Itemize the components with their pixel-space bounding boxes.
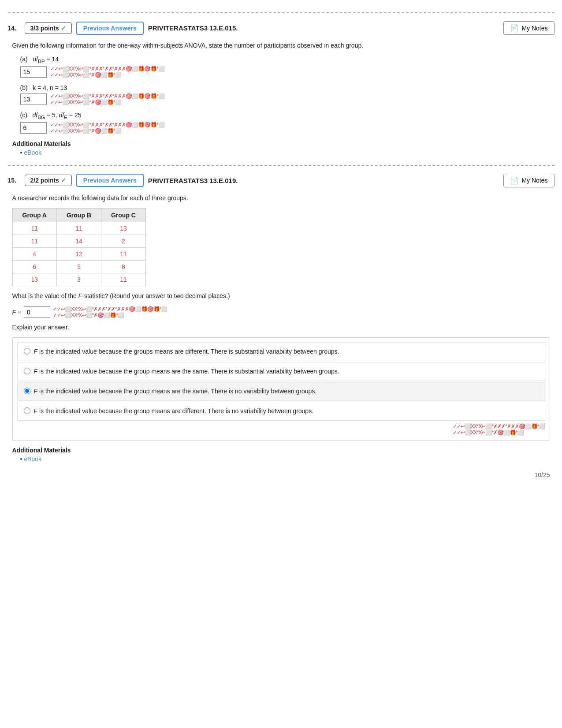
explain-section: Explain your answer. F is the indicated … xyxy=(12,323,550,441)
question-15-container: 15. 2/2 points ✓ Previous Answers PRIVIT… xyxy=(8,174,555,463)
f-stat-input[interactable] xyxy=(24,306,50,318)
sub-question-b: (b) k = 4, n = 13 ✓✓↩⬜XX*X↩⬜*✗✗✗*✗✗*✗✗✗🎯… xyxy=(12,84,550,105)
question-15-prev-answers-button[interactable]: Previous Answers xyxy=(76,174,144,187)
table-cell-r4-c2: 11 xyxy=(101,273,145,286)
question-14-title: PRIVITERASTATS3 13.E.015. xyxy=(148,24,499,32)
table-cell-r3-c1: 5 xyxy=(56,260,101,273)
question-14-prev-answers-button[interactable]: Previous Answers xyxy=(76,22,144,35)
sub-a-input[interactable] xyxy=(20,66,47,78)
table-cell-r3-c0: 6 xyxy=(12,260,56,273)
answer-box: F is the indicated value because the gro… xyxy=(12,337,550,441)
f-label: F = xyxy=(12,309,21,316)
question-15-additional-materials: Additional Materials xyxy=(12,447,550,454)
sub-c-label: (c) dfBG = 5, dfE = 25 xyxy=(20,112,550,120)
table-cell-r1-c1: 14 xyxy=(56,235,101,247)
table-cell-r0-c1: 11 xyxy=(56,222,101,235)
table-cell-r0-c2: 13 xyxy=(101,222,145,235)
radio-text-1: F is the indicated value because the gro… xyxy=(34,347,339,356)
radio-text-4: F is the indicated value because the gro… xyxy=(34,407,314,416)
page-footer: 10/25 xyxy=(8,463,555,483)
explain-label: Explain your answer. xyxy=(12,323,550,332)
question-14-number: 14. xyxy=(8,25,20,32)
question-15-number: 15. xyxy=(8,177,20,184)
question-15-header: 15. 2/2 points ✓ Previous Answers PRIVIT… xyxy=(8,174,555,187)
question-14-points-badge: 3/3 points ✓ xyxy=(25,22,72,34)
sub-b-label: (b) k = 4, n = 13 xyxy=(20,84,550,91)
question-15-ebook-link[interactable]: eBook xyxy=(20,455,42,463)
question-15-my-notes-button[interactable]: 📄 My Notes xyxy=(503,174,554,187)
question-15-text: A researcher records the following data … xyxy=(12,194,550,203)
f-stat-toolbar: ✓✓↩⬜XX*X↩⬜*✗✗✗*✗✗*✗✗✗🎯⬜🎁🎯🎁*⬜✓✓↩⬜XX*X↩⬜*✗… xyxy=(53,306,167,318)
question-15-my-notes-label: My Notes xyxy=(521,177,547,184)
table-row: 111113 xyxy=(12,222,145,235)
question-14-additional-materials: Additional Materials xyxy=(12,140,550,147)
question-15-checkmark: ✓ xyxy=(61,177,66,184)
table-row: 658 xyxy=(12,260,145,273)
radio-text-2: F is the indicated value because the gro… xyxy=(34,367,339,376)
sub-c-toolbar: ✓✓↩⬜XX*X↩⬜*✗✗✗*✗✗*✗✗✗🎯⬜🎁🎯🎁*⬜✓✓↩⬜XX*X↩⬜*✗… xyxy=(50,122,164,134)
question-14-header: 14. 3/3 points ✓ Previous Answers PRIVIT… xyxy=(8,21,555,35)
table-cell-r2-c1: 12 xyxy=(56,247,101,260)
sub-b-input[interactable] xyxy=(20,93,47,105)
question-14-ebook-link[interactable]: eBook xyxy=(20,149,42,156)
table-cell-r2-c2: 11 xyxy=(101,247,145,260)
question-14-my-notes-button[interactable]: 📄 My Notes xyxy=(503,21,554,35)
page-number: 10/25 xyxy=(534,471,550,478)
sub-question-c: (c) dfBG = 5, dfE = 25 ✓✓↩⬜XX*X↩⬜*✗✗✗*✗✗… xyxy=(12,112,550,134)
question-14-container: 14. 3/3 points ✓ Previous Answers PRIVIT… xyxy=(8,21,555,156)
table-row: 11142 xyxy=(12,235,145,247)
sub-question-a: (a) dfBP = 14 ✓✓↩⬜XX*X↩⬜*✗✗✗*✗✗*✗✗✗🎯⬜🎁🎯🎁… xyxy=(12,56,550,78)
question-15-points-badge: 2/2 points ✓ xyxy=(25,175,72,186)
table-cell-r1-c2: 2 xyxy=(101,235,145,247)
table-cell-r4-c0: 13 xyxy=(12,273,56,286)
sub-b-toolbar: ✓✓↩⬜XX*X↩⬜*✗✗✗*✗✗*✗✗✗🎯⬜🎁🎯🎁*⬜✓✓↩⬜XX*X↩⬜*✗… xyxy=(50,93,164,105)
answer-box-toolbar: ✓✓↩⬜XX*X↩⬜*✗✗✗*✗✗✗🎯⬜🎁*⬜✓✓↩⬜XX*X↩⬜*✗🎯⬜🎁*⬜ xyxy=(17,422,545,436)
radio-option-4: F is the indicated value because the gro… xyxy=(17,402,545,421)
table-cell-r3-c2: 8 xyxy=(101,260,145,273)
radio-input-3[interactable] xyxy=(24,388,30,394)
col-header-group-a: Group A xyxy=(12,208,56,222)
question-15-body: A researcher records the following data … xyxy=(8,194,555,463)
question-14-text: Given the following information for the … xyxy=(12,41,550,50)
col-header-group-c: Group C xyxy=(101,208,145,222)
question-14-points: 3/3 points xyxy=(30,25,59,32)
question-15-points: 2/2 points xyxy=(30,177,59,184)
sub-a-toolbar: ✓✓↩⬜XX*X↩⬜*✗✗✗*✗✗*✗✗✗🎯⬜🎁🎯🎁*⬜✓✓↩⬜XX*X↩⬜*✗… xyxy=(50,66,164,78)
answer-box-toolbar-icons: ✓✓↩⬜XX*X↩⬜*✗✗✗*✗✗✗🎯⬜🎁*⬜✓✓↩⬜XX*X↩⬜*✗🎯⬜🎁*⬜ xyxy=(453,423,545,436)
data-table: Group A Group B Group C 1111131114241211… xyxy=(12,208,146,286)
notes-doc-icon-15: 📄 xyxy=(510,176,519,185)
sub-a-input-row: ✓✓↩⬜XX*X↩⬜*✗✗✗*✗✗*✗✗✗🎯⬜🎁🎯🎁*⬜✓✓↩⬜XX*X↩⬜*✗… xyxy=(20,66,550,78)
table-cell-r1-c0: 11 xyxy=(12,235,56,247)
radio-input-1[interactable] xyxy=(24,348,30,355)
f-stat-question: What is the value of the F-statistic? (R… xyxy=(12,291,550,301)
radio-option-3: F is the indicated value because the gro… xyxy=(17,382,545,401)
table-cell-r4-c1: 3 xyxy=(56,273,101,286)
col-header-group-b: Group B xyxy=(56,208,101,222)
question-15-title: PRIVITERASTATS3 13.E.019. xyxy=(148,177,499,184)
radio-text-3: F is the indicated value because the gro… xyxy=(34,387,317,396)
question-14-checkmark: ✓ xyxy=(61,25,66,32)
sub-a-label: (a) dfBP = 14 xyxy=(20,56,550,64)
sub-c-input-row: ✓✓↩⬜XX*X↩⬜*✗✗✗*✗✗*✗✗✗🎯⬜🎁🎯🎁*⬜✓✓↩⬜XX*X↩⬜*✗… xyxy=(20,122,550,134)
question-14-body: Given the following information for the … xyxy=(8,41,555,156)
table-row: 13311 xyxy=(12,273,145,286)
sub-c-input[interactable] xyxy=(20,122,47,134)
notes-doc-icon: 📄 xyxy=(510,24,519,32)
table-row: 41211 xyxy=(12,247,145,260)
table-header-row: Group A Group B Group C xyxy=(12,208,145,222)
radio-option-1: F is the indicated value because the gro… xyxy=(17,342,545,361)
radio-option-2: F is the indicated value because the gro… xyxy=(17,362,545,381)
f-stat-row: F = ✓✓↩⬜XX*X↩⬜*✗✗✗*✗✗*✗✗✗🎯⬜🎁🎯🎁*⬜✓✓↩⬜XX*X… xyxy=(12,306,550,318)
table-cell-r2-c0: 4 xyxy=(12,247,56,260)
radio-input-4[interactable] xyxy=(24,407,30,414)
sub-b-input-row: ✓✓↩⬜XX*X↩⬜*✗✗✗*✗✗*✗✗✗🎯⬜🎁🎯🎁*⬜✓✓↩⬜XX*X↩⬜*✗… xyxy=(20,93,550,105)
radio-input-2[interactable] xyxy=(24,368,30,374)
question-14-my-notes-label: My Notes xyxy=(521,25,547,32)
table-cell-r0-c0: 11 xyxy=(12,222,56,235)
